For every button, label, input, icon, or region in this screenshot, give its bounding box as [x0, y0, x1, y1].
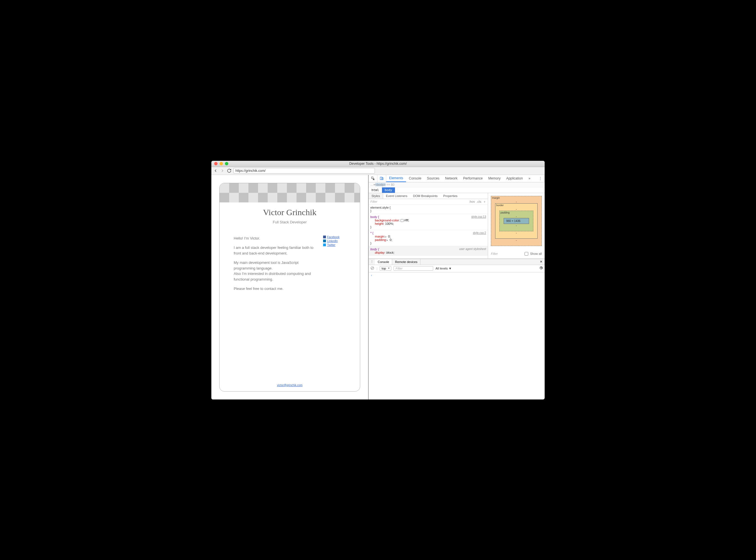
styles-tabs: Styles Event Listeners DOM Breakpoints P… — [369, 193, 488, 199]
page-viewport: Victor Grinchik Full Stack Developer Hel… — [211, 175, 369, 399]
reload-button[interactable] — [227, 168, 232, 173]
facebook-icon — [323, 236, 326, 238]
source-link[interactable]: style.css:13 — [471, 215, 486, 218]
page-body: Hello! I'm Victor. I am a full stack dev… — [234, 236, 317, 381]
twitter-link[interactable]: Twitter — [327, 243, 335, 246]
page-subtitle: Full Stack Developer — [219, 220, 360, 224]
tabs-overflow-icon[interactable]: » — [526, 175, 533, 182]
new-rule-icon[interactable]: ＋ — [483, 200, 486, 204]
tab-dom-breakpoints[interactable]: DOM Breakpoints — [410, 193, 441, 199]
show-all-checkbox[interactable] — [525, 252, 528, 256]
titlebar: Developer Tools - https://grinchik.com/ — [211, 161, 545, 167]
hov-toggle[interactable]: :hov — [469, 200, 475, 203]
dom-selected-node[interactable]: …▾<body> == $0 — [369, 182, 545, 187]
drawer-tabs: ⋮ Console Remote devices ✕ — [369, 259, 545, 265]
tab-sources[interactable]: Sources — [424, 175, 442, 182]
devtools-menu-icon[interactable]: ⋮ — [537, 175, 545, 182]
breadcrumb: html body — [369, 187, 545, 193]
styles-filter-input[interactable]: Filter — [370, 200, 467, 203]
breadcrumb-item[interactable]: html — [369, 187, 382, 193]
paragraph: I am a full stack developer feeling fami… — [234, 245, 317, 256]
css-rule[interactable]: element.style { } — [369, 205, 488, 214]
computed-sidebar: margin- border- padding- 980 × 1436 - - … — [488, 193, 545, 259]
paragraph: Hello! I'm Victor. — [234, 236, 317, 241]
back-button[interactable] — [213, 168, 218, 173]
tab-application[interactable]: Application — [503, 175, 526, 182]
console-settings-icon[interactable] — [539, 266, 543, 271]
box-model-content: 980 × 1436 — [504, 218, 529, 224]
cls-toggle[interactable]: .cls — [477, 200, 482, 203]
css-rule[interactable]: style.css:2 * { margin: 0; padding: 0; } — [369, 230, 488, 246]
color-swatch-icon[interactable] — [401, 219, 403, 222]
breadcrumb-item[interactable]: body — [382, 187, 395, 193]
linkedin-link[interactable]: LinkedIn — [327, 240, 338, 243]
log-levels-selector[interactable]: All levels ▼ — [436, 267, 451, 270]
box-model[interactable]: margin- border- padding- 980 × 1436 - - … — [491, 196, 542, 246]
rendered-page: Victor Grinchik Full Stack Developer Hel… — [219, 183, 360, 392]
tab-elements[interactable]: Elements — [386, 175, 406, 182]
drawer-close-icon[interactable]: ✕ — [538, 259, 545, 265]
svg-rect-0 — [372, 177, 373, 179]
computed-filter-input[interactable]: Filter — [491, 252, 498, 255]
page-title: Victor Grinchik — [219, 207, 360, 217]
drawer-tab-remote[interactable]: Remote devices — [392, 259, 420, 265]
tab-network[interactable]: Network — [442, 175, 460, 182]
console-toolbar: | top Filter All levels ▼ — [369, 265, 545, 272]
devtools-main-tabs: Elements Console Sources Network Perform… — [369, 175, 545, 182]
paragraph: My main development tool is JavaScript p… — [234, 260, 317, 282]
console-body[interactable] — [369, 272, 545, 399]
show-all-label: Show all — [530, 252, 542, 255]
browser-toolbar: https://grinchik.com/ — [211, 167, 545, 175]
forward-button[interactable] — [220, 168, 225, 173]
paragraph: Please feel free to contact me. — [234, 286, 317, 292]
styles-pane: Styles Event Listeners DOM Breakpoints P… — [369, 193, 545, 259]
address-field[interactable]: https://grinchik.com/ — [233, 168, 375, 174]
device-toggle-icon[interactable] — [377, 175, 386, 182]
inspect-icon[interactable] — [369, 175, 377, 182]
context-selector[interactable]: top — [380, 266, 391, 271]
drawer-tab-console[interactable]: Console — [375, 259, 392, 265]
css-rule[interactable]: user agent stylesheet body { display: bl… — [369, 246, 488, 256]
tab-performance[interactable]: Performance — [460, 175, 485, 182]
drawer-menu-icon[interactable]: ⋮ — [369, 259, 375, 265]
clear-console-icon[interactable] — [370, 266, 374, 271]
email-link[interactable]: victor@grinchik.com — [277, 384, 302, 387]
css-rule[interactable]: style.css:13 body { background-color: #f… — [369, 214, 488, 230]
linkedin-icon — [323, 240, 326, 242]
tab-styles[interactable]: Styles — [369, 193, 383, 199]
tab-event-listeners[interactable]: Event Listeners — [383, 193, 410, 199]
tab-console[interactable]: Console — [406, 175, 424, 182]
social-links: Facebook LinkedIn Twitter — [323, 236, 346, 381]
rule-origin: user agent stylesheet — [459, 247, 486, 251]
devtools-panel: Elements Console Sources Network Perform… — [369, 175, 545, 399]
tab-properties[interactable]: Properties — [441, 193, 460, 199]
devtools-window: Developer Tools - https://grinchik.com/ … — [211, 161, 545, 399]
tab-memory[interactable]: Memory — [485, 175, 503, 182]
page-header-checker — [219, 183, 360, 202]
console-filter-input[interactable]: Filter — [394, 266, 433, 271]
main-split: Victor Grinchik Full Stack Developer Hel… — [211, 175, 545, 399]
twitter-icon — [323, 243, 326, 246]
window-title: Developer Tools - https://grinchik.com/ — [211, 162, 545, 166]
source-link[interactable]: style.css:2 — [473, 231, 486, 235]
facebook-link[interactable]: Facebook — [327, 236, 339, 239]
